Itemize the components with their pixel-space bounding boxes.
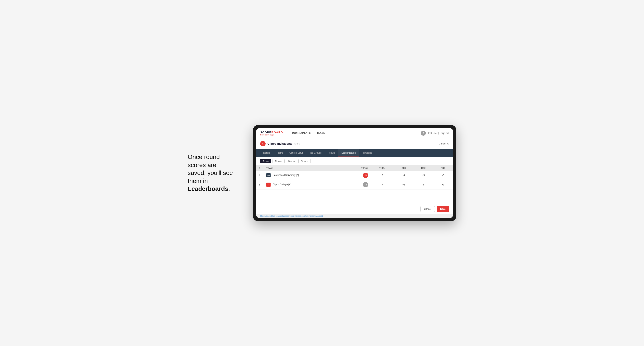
- cancel-button[interactable]: Cancel: [420, 206, 435, 212]
- top-navigation: SCOREBOARD Powered by clippd TOURNAMENTS…: [256, 128, 453, 138]
- tournament-icon: C: [260, 141, 266, 146]
- tab-tee-groups[interactable]: Tee Groups: [306, 149, 324, 157]
- tab-bar: Details Teams Course Setup Tee Groups Re…: [256, 149, 453, 157]
- team-cell: C Clippd College [A]: [264, 180, 345, 189]
- logo-title: SCOREBOARD: [260, 131, 283, 134]
- total-cell: +3: [345, 180, 370, 189]
- team-cell: SU Scoreboard University [A]: [264, 171, 345, 180]
- tablet-screen: SCOREBOARD Powered by clippd TOURNAMENTS…: [256, 128, 453, 218]
- url-display: https://stage-blue-coach.stagescoreboard…: [260, 215, 323, 217]
- team-logo-1: SU: [266, 173, 270, 177]
- nav-right: S Test User | Sign out: [421, 131, 449, 136]
- col-rank: #: [256, 165, 264, 171]
- rank-cell: 2: [256, 180, 264, 189]
- tab-printables[interactable]: Printables: [359, 149, 375, 157]
- team-name-1: Scoreboard University [A]: [273, 174, 299, 176]
- tablet-device: SCOREBOARD Powered by clippd TOURNAMENTS…: [253, 125, 456, 221]
- rd1-cell: +8: [394, 180, 414, 189]
- nav-tournaments[interactable]: TOURNAMENTS: [288, 128, 314, 138]
- thru-cell: F: [370, 171, 394, 180]
- page-wrapper: Once round scores are saved, you'll see …: [188, 125, 456, 221]
- nav-links: TOURNAMENTS TEAMS: [288, 128, 421, 138]
- tab-course-setup[interactable]: Course Setup: [286, 149, 306, 157]
- user-avatar: S: [421, 131, 426, 136]
- score-badge-1: -5: [363, 173, 368, 178]
- status-bar: https://stage-blue-coach.stagescoreboard…: [256, 214, 453, 218]
- tab-results[interactable]: Results: [324, 149, 338, 157]
- rd2-cell: -8: [414, 180, 433, 189]
- col-rd2: RD2: [414, 165, 433, 171]
- tab-teams[interactable]: Teams: [274, 149, 286, 157]
- score-badge-2: +3: [363, 182, 368, 187]
- filter-players[interactable]: Players: [272, 159, 284, 163]
- filter-strokes[interactable]: Strokes: [298, 159, 310, 163]
- tab-leaderboards[interactable]: Leaderboards: [338, 149, 359, 157]
- tab-details[interactable]: Details: [260, 149, 274, 157]
- sub-filters: Teams Players Scores Strokes: [256, 157, 453, 165]
- rd3-cell: -6: [433, 171, 453, 180]
- filter-teams[interactable]: Teams: [260, 159, 271, 163]
- logo-area: SCOREBOARD Powered by clippd: [260, 131, 283, 136]
- rd2-cell: +5: [414, 171, 433, 180]
- col-rd1: RD1: [394, 165, 414, 171]
- rd3-cell: +3: [433, 180, 453, 189]
- team-logo-2: C: [266, 182, 270, 187]
- sign-out-link[interactable]: Sign out: [440, 132, 449, 135]
- tournament-header: C Clippd Invitational (Men) Cancel ✕: [256, 138, 453, 149]
- table-row: 2 C Clippd College [A] +3 F +8 -8 +3: [256, 180, 453, 189]
- close-icon: ✕: [447, 142, 449, 145]
- col-thru: THRU: [370, 165, 394, 171]
- col-total: TOTAL: [345, 165, 370, 171]
- user-name: Test User |: [428, 132, 439, 135]
- rank-cell: 1: [256, 171, 264, 180]
- save-button[interactable]: Save: [437, 206, 449, 212]
- total-cell: -5: [345, 171, 370, 180]
- col-team: TEAM: [264, 165, 345, 171]
- table-row: 1 SU Scoreboard University [A] -5 F -4 +…: [256, 171, 453, 180]
- bottom-bar: Cancel Save: [256, 204, 453, 214]
- rd1-cell: -4: [394, 171, 414, 180]
- cancel-tournament-button[interactable]: Cancel ✕: [439, 142, 449, 145]
- content-area: # TEAM TOTAL THRU RD1 RD2 RD3 1: [256, 165, 453, 204]
- col-rd3: RD3: [433, 165, 453, 171]
- table-header-row: # TEAM TOTAL THRU RD1 RD2 RD3: [256, 165, 453, 171]
- filter-scores[interactable]: Scores: [286, 159, 297, 163]
- team-name-2: Clippd College [A]: [273, 183, 291, 186]
- nav-teams[interactable]: TEAMS: [314, 128, 328, 138]
- left-description: Once round scores are saved, you'll see …: [188, 153, 242, 193]
- logo-subtitle: Powered by clippd: [260, 134, 283, 136]
- tournament-name: Clippd Invitational: [268, 142, 292, 145]
- leaderboard-table: # TEAM TOTAL THRU RD1 RD2 RD3 1: [256, 165, 453, 189]
- thru-cell: F: [370, 180, 394, 189]
- tournament-sub: (Men): [294, 142, 300, 145]
